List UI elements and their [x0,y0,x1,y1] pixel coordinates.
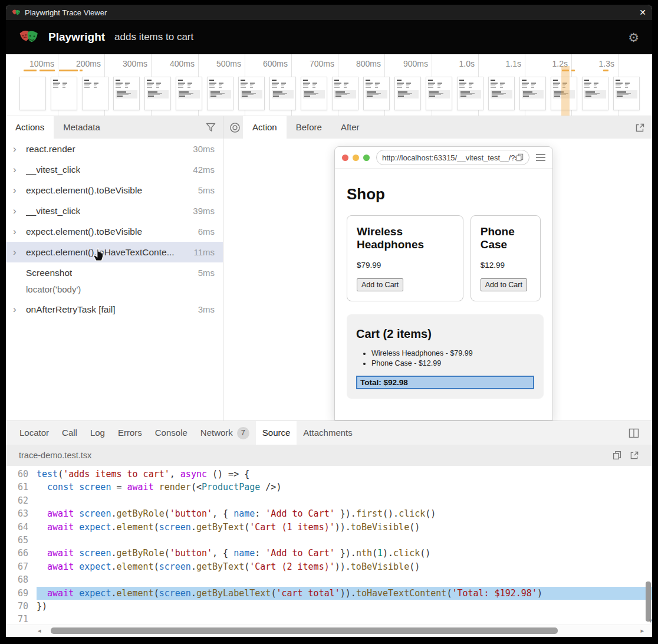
thumb-detail [460,93,475,94]
thumb-cart [366,90,387,98]
timeline[interactable]: 100ms200ms300ms400ms500ms600ms700ms800ms… [6,54,652,116]
tab-log[interactable]: Log [84,421,111,445]
thumb-detail [344,84,347,85]
code-token: expect [79,522,111,533]
thumb-detail [116,86,120,86]
film-strip-thumbnail[interactable] [519,77,546,110]
open-external-icon[interactable] [635,123,645,133]
thumb-col [125,83,130,88]
film-strip-thumbnail[interactable] [363,77,390,110]
add-to-cart-button[interactable]: Add to Cart [357,278,403,291]
code-token: async [180,469,207,479]
film-strip-thumbnail[interactable] [613,77,640,110]
scroll-down-icon[interactable]: ▾ [649,617,652,625]
film-strip-thumbnail[interactable] [207,77,233,110]
thumb-detail [584,80,589,81]
thumb-products [397,83,419,88]
tab-locator[interactable]: Locator [13,421,55,445]
film-strip-thumbnail[interactable] [113,77,140,110]
timeline-tick-label: 400ms [147,59,195,68]
action-row[interactable]: ›expect.element().toHaveTextConte...11ms [6,242,223,262]
film-strip-thumbnail[interactable] [144,77,171,110]
thumb-detail [553,83,560,84]
thumb-cart [584,90,606,98]
thumb-cart [241,90,262,98]
thumb-col [53,83,60,88]
filter-icon[interactable] [206,123,216,132]
menu-icon[interactable] [536,154,545,161]
tab-label: Source [262,421,291,445]
tab-action[interactable]: Action [243,116,287,139]
tab-console[interactable]: Console [149,421,194,445]
copy-source-icon[interactable] [613,451,621,460]
tab-actions[interactable]: Actions [6,116,54,139]
tab-network[interactable]: Network7 [194,421,256,445]
code-token: 'button' [170,508,212,519]
target-icon[interactable] [229,122,241,133]
thumb-detail [147,83,154,84]
film-strip-thumbnail[interactable] [301,77,327,110]
film-strip-thumbnail[interactable] [394,77,421,110]
action-label: react.render [26,144,75,155]
tab-after[interactable]: After [331,116,369,139]
thumb-detail [250,87,253,88]
horizontal-scrollbar-thumb[interactable] [51,627,558,634]
film-strip-thumbnail[interactable] [457,77,483,110]
code-token: ( [244,522,249,533]
film-strip-thumbnail[interactable] [488,77,515,110]
code-token: ( [164,508,170,519]
copy-url-icon[interactable] [516,153,524,162]
code-token: await [47,508,74,519]
action-row[interactable]: ›react.render30ms [6,139,223,159]
close-icon[interactable]: ✕ [639,8,646,17]
tab-before[interactable]: Before [287,116,331,139]
thumb-detail [553,84,559,85]
split-view-icon[interactable] [629,428,639,438]
film-strip-thumbnail[interactable] [82,77,108,110]
action-row[interactable]: ›onAfterRetryTask [fail]3ms [6,299,223,320]
thumb-detail [304,94,316,95]
film-strip-thumbnail[interactable] [19,77,46,110]
code-text: await screen.getByRole('button', { name:… [37,547,652,560]
action-row[interactable]: ›__vitest_click42ms [6,159,223,180]
thumb-detail [367,94,379,95]
thumb-col [334,83,341,88]
tab-errors[interactable]: Errors [111,421,149,445]
thumb-detail [459,83,466,84]
actions-tabbar: ActionsMetadata [6,116,223,139]
action-row[interactable]: ›expect.element().toBeVisible6ms [6,221,223,242]
settings-gear-icon[interactable]: ⚙ [628,31,639,44]
tab-attachments[interactable]: Attachments [297,421,358,445]
horizontal-scrollbar[interactable]: ◂ ▸ ▾ [6,625,652,637]
action-row[interactable]: Screenshot5ms [6,262,223,283]
film-strip-thumbnail[interactable] [426,77,452,110]
film-strip-thumbnail[interactable] [269,77,296,110]
tab-metadata[interactable]: Metadata [54,116,110,139]
add-to-cart-button[interactable]: Add to Cart [481,278,527,291]
code-text: await screen.getByRole('button', { name:… [37,507,652,520]
thumb-detail [594,83,598,84]
thumb-detail [397,84,403,85]
thumb-detail [272,83,279,84]
film-strip-thumbnail[interactable] [582,77,608,110]
code-token [37,522,47,533]
film-strip-thumbnail[interactable] [176,77,202,110]
code-token [74,588,79,599]
thumb-detail [616,86,620,86]
vertical-scrollbar-thumb[interactable] [646,581,651,622]
action-row[interactable]: ›__vitest_click39ms [6,201,223,221]
scroll-right-icon[interactable]: ▸ [640,627,644,635]
scroll-left-icon[interactable]: ◂ [38,627,41,635]
tab-source[interactable]: Source [256,421,297,445]
code-token: nth [356,548,372,558]
film-strip-thumbnail[interactable] [238,77,265,110]
thumb-detail [616,83,623,84]
url-bar[interactable]: http://localhost:63315/__vitest_test__/?… [376,150,529,165]
tab-call[interactable]: Call [55,421,84,445]
action-row[interactable]: ›expect.element().toBeVisible5ms [6,180,223,201]
trace-viewer-window: Playwright Trace Viewer ✕ Playwright add… [6,5,652,637]
film-strip-thumbnail[interactable] [332,77,358,110]
open-source-external-icon[interactable] [630,451,639,460]
film-strip-thumbnail[interactable] [51,77,77,110]
code-token: 'Add to Cart' [265,508,334,519]
